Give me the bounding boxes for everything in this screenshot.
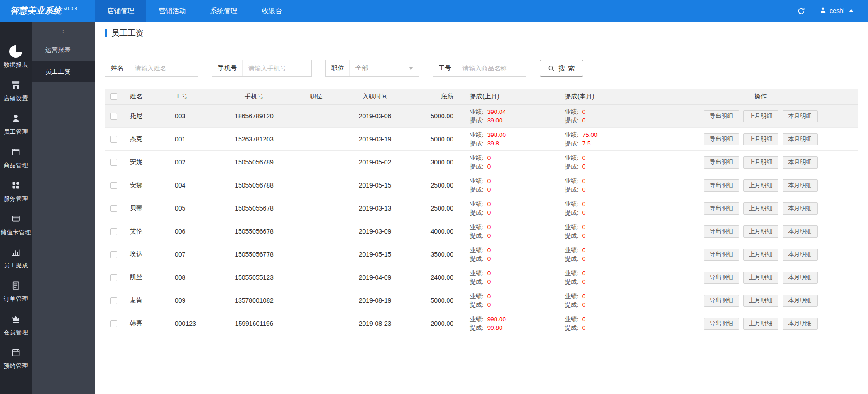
row-checkbox[interactable]	[110, 251, 117, 258]
this-month-detail-button[interactable]: 本月明细	[783, 225, 818, 238]
this-month-detail-button[interactable]: 本月明细	[783, 110, 818, 122]
export-detail-button[interactable]: 导出明细	[704, 133, 739, 145]
page-title: 员工工资	[111, 28, 144, 38]
this-month-detail-button[interactable]: 本月明细	[783, 318, 818, 330]
phone-input[interactable]	[243, 65, 311, 72]
last-month-detail-button[interactable]: 上月明细	[743, 156, 778, 169]
row-checkbox[interactable]	[110, 113, 117, 120]
row-checkbox[interactable]	[110, 320, 117, 327]
export-detail-button[interactable]: 导出明细	[704, 272, 739, 284]
cell-phone: 15055056778	[216, 251, 292, 258]
last-month-detail-button[interactable]: 上月明细	[743, 179, 778, 192]
sidebar-item-label: 商品管理	[4, 161, 28, 169]
export-detail-button[interactable]: 导出明细	[704, 202, 739, 215]
this-month-detail-button[interactable]: 本月明细	[783, 179, 818, 192]
cell-hire-date: 2019-08-19	[340, 297, 410, 304]
position-select[interactable]: 全部	[350, 60, 419, 76]
phone-filter-group: 手机号	[212, 60, 312, 77]
cell-name: 艾伦	[125, 227, 170, 235]
sidebar-item-staff-commission[interactable]: 员工提成	[0, 241, 32, 275]
this-month-detail-button[interactable]: 本月明细	[783, 202, 818, 215]
sidebar-item-label: 员工提成	[4, 262, 28, 270]
submenu-more-icon[interactable]: ⋮	[32, 22, 95, 39]
cell-actions: 导出明细 上月明细 本月明细	[690, 318, 858, 330]
last-month-detail-button[interactable]: 上月明细	[743, 133, 778, 145]
commission-label: 提成:	[565, 231, 579, 240]
commission-value: 99.80	[487, 324, 503, 332]
sidebar-item-goods-management[interactable]: 商品管理	[0, 141, 32, 174]
cell-this-month-commission: 业绩:75.00 提成:7.5	[555, 131, 690, 148]
commission-label: 提成:	[565, 300, 579, 309]
performance-value: 0	[487, 269, 491, 277]
performance-label: 业绩:	[565, 177, 579, 185]
sidebar-item-service-management[interactable]: 服务管理	[0, 174, 32, 208]
nav-cashier[interactable]: 收银台	[250, 0, 294, 22]
row-checkbox[interactable]	[110, 159, 117, 166]
last-month-detail-button[interactable]: 上月明细	[743, 110, 778, 122]
row-checkbox[interactable]	[110, 274, 117, 281]
sidebar-item-data-reports[interactable]: 数据报表	[0, 41, 32, 74]
row-checkbox[interactable]	[110, 297, 117, 304]
export-detail-button[interactable]: 导出明细	[704, 156, 739, 169]
filter-bar: 姓名 手机号 职位 全部 工号 搜	[105, 60, 868, 77]
performance-value: 398.00	[487, 131, 506, 139]
export-detail-button[interactable]: 导出明细	[704, 179, 739, 192]
last-month-detail-button[interactable]: 上月明细	[743, 202, 778, 215]
submenu-item-operations-report[interactable]: 运营报表	[32, 39, 95, 61]
submenu-item-employee-salary[interactable]: 员工工资	[32, 61, 95, 82]
user-icon	[820, 7, 826, 15]
commission-label: 提成:	[470, 162, 484, 171]
sidebar-item-shop-settings[interactable]: 店铺设置	[0, 74, 32, 108]
performance-value: 0	[487, 223, 491, 231]
nav-system-management[interactable]: 系统管理	[198, 0, 250, 22]
performance-label: 业绩:	[470, 108, 484, 116]
performance-label: 业绩:	[470, 315, 484, 324]
last-month-detail-button[interactable]: 上月明细	[743, 295, 778, 307]
this-month-detail-button[interactable]: 本月明细	[783, 156, 818, 169]
sidebar-item-stored-value-card[interactable]: 储值卡管理	[0, 208, 32, 241]
cell-phone: 15055056678	[216, 228, 292, 235]
this-month-detail-button[interactable]: 本月明细	[783, 295, 818, 307]
cell-name: 贝蒂	[125, 204, 170, 212]
header-base-salary: 底薪	[410, 93, 460, 101]
last-month-detail-button[interactable]: 上月明细	[743, 249, 778, 261]
last-month-detail-button[interactable]: 上月明细	[743, 318, 778, 330]
performance-value: 390.04	[487, 108, 506, 116]
this-month-detail-button[interactable]: 本月明细	[783, 272, 818, 284]
user-menu[interactable]: ceshi	[820, 7, 854, 15]
row-checkbox[interactable]	[110, 205, 117, 212]
refresh-icon[interactable]	[797, 7, 805, 15]
search-button[interactable]: 搜 索	[540, 60, 583, 77]
row-checkbox[interactable]	[110, 182, 117, 189]
sidebar-item-appointment-management[interactable]: 预约管理	[0, 342, 32, 375]
export-detail-button[interactable]: 导出明细	[704, 249, 739, 261]
export-detail-button[interactable]: 导出明细	[704, 318, 739, 330]
row-checkbox[interactable]	[110, 228, 117, 235]
this-month-detail-button[interactable]: 本月明细	[783, 249, 818, 261]
performance-value: 0	[582, 223, 586, 231]
export-detail-button[interactable]: 导出明细	[704, 110, 739, 122]
sidebar-item-staff-management[interactable]: 员工管理	[0, 108, 32, 141]
cell-base-salary: 5000.00	[410, 136, 460, 143]
commission-value: 0	[582, 162, 586, 171]
commission-label: 提成:	[565, 208, 579, 217]
nav-store-management[interactable]: 店铺管理	[95, 0, 146, 22]
sidebar-item-member-management[interactable]: 会员管理	[0, 308, 32, 342]
select-all-checkbox[interactable]	[110, 93, 117, 100]
last-month-detail-button[interactable]: 上月明细	[743, 272, 778, 284]
last-month-detail-button[interactable]: 上月明细	[743, 225, 778, 238]
sidebar-item-order-management[interactable]: 订单管理	[0, 275, 32, 308]
nav-marketing-activity[interactable]: 营销活动	[146, 0, 198, 22]
cell-actions: 导出明细 上月明细 本月明细	[690, 249, 858, 261]
jobno-input[interactable]	[457, 65, 526, 72]
performance-value: 0	[487, 246, 491, 254]
this-month-detail-button[interactable]: 本月明细	[783, 133, 818, 145]
name-input[interactable]	[129, 65, 198, 72]
export-detail-button[interactable]: 导出明细	[704, 295, 739, 307]
export-detail-button[interactable]: 导出明细	[704, 225, 739, 238]
name-filter-group: 姓名	[105, 60, 198, 77]
sidebar-rail: 数据报表店铺设置员工管理商品管理服务管理储值卡管理员工提成订单管理会员管理预约管…	[0, 22, 32, 394]
stored-value-card-icon	[11, 212, 20, 225]
row-checkbox[interactable]	[110, 136, 117, 143]
cell-actions: 导出明细 上月明细 本月明细	[690, 179, 858, 192]
